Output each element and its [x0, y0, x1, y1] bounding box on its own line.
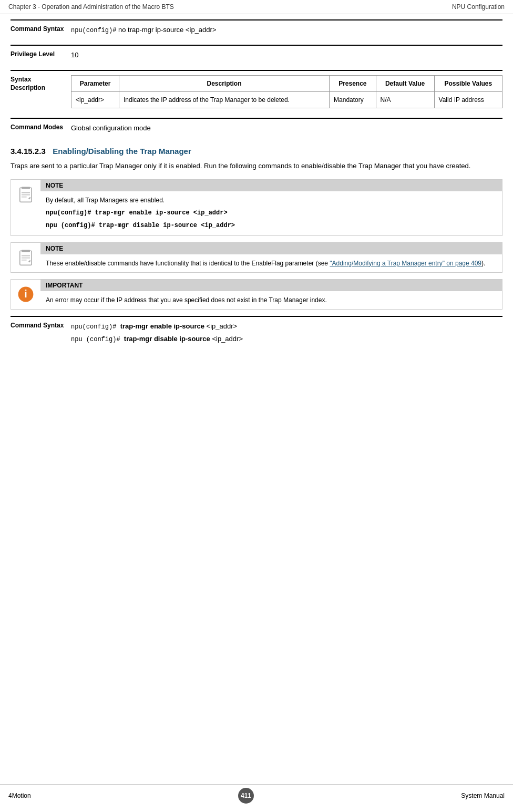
note-icon-2	[11, 243, 40, 272]
cmd2-rest-1: <ip_addr>	[204, 322, 237, 330]
cmd2-prefix-1: npu(config)#	[71, 323, 120, 331]
note-body-text-1: By default, all Trap Managers are enable…	[46, 197, 165, 204]
page-header: Chapter 3 - Operation and Administration…	[0, 0, 513, 14]
page-number: 411	[238, 788, 254, 804]
command-syntax-value-1: npu(config)# no trap-mgr ip-source <ip_a…	[71, 25, 502, 35]
note-header-1: NOTE	[40, 180, 502, 191]
cmd2-rest-2: <ip_addr>	[210, 335, 243, 343]
svg-rect-6	[22, 250, 30, 252]
note-icon-1	[11, 180, 40, 235]
section-heading: 3.4.15.2.3 Enabling/Disabling the Trap M…	[11, 147, 502, 156]
note-content-2: NOTE These enable/disable commands have …	[40, 243, 502, 272]
page-footer: 4Motion 411 System Manual	[0, 784, 513, 807]
intro-paragraph: Traps are sent to a particular Trap Mana…	[11, 161, 502, 172]
col-default: Default Value	[376, 75, 434, 91]
svg-rect-1	[22, 187, 30, 189]
command-syntax-rest-1: no trap-mgr ip-source <ip_addr>	[118, 26, 216, 34]
col-presence: Presence	[330, 75, 376, 91]
cell-possible: Valid IP address	[434, 91, 502, 108]
cell-default: N/A	[376, 91, 434, 108]
footer-right: System Manual	[461, 792, 505, 799]
note-body-suffix-2: ).	[481, 260, 485, 267]
svg-text:i: i	[24, 288, 27, 300]
command-syntax-row-1: Command Syntax npu(config)# no trap-mgr …	[11, 19, 502, 39]
col-parameter: Parameter	[71, 75, 119, 91]
syntax-description-table-container: Parameter Description Presence Default V…	[71, 75, 502, 108]
important-icon: i	[11, 280, 40, 309]
command-syntax-row-2: Command Syntax npu(config)# trap-mgr ena…	[11, 316, 502, 348]
note-content-1: NOTE By default, all Trap Managers are e…	[40, 180, 502, 235]
note-code-1: npu(config)# trap-mgr enable ip-source <…	[46, 208, 497, 218]
command-syntax-line2: npu (config)# trap-mgr disable ip-source…	[71, 334, 502, 344]
header-left: Chapter 3 - Operation and Administration…	[8, 3, 174, 11]
syntax-table: Parameter Description Presence Default V…	[71, 75, 502, 108]
note-box-1: NOTE By default, all Trap Managers are e…	[11, 179, 502, 236]
syntax-description-label: Syntax Description	[11, 75, 71, 108]
notepad-svg-1	[17, 186, 34, 203]
cmd2-bold-2: trap-mgr disable ip-source	[124, 335, 210, 343]
header-right: NPU Configuration	[452, 3, 505, 11]
command-syntax-label-2: Command Syntax	[11, 321, 71, 344]
important-box: i IMPORTANT An error may occur if the IP…	[11, 279, 502, 310]
important-body: An error may occur if the IP address tha…	[40, 291, 502, 309]
note-body-2: These enable/disable commands have funct…	[40, 254, 502, 272]
command-modes-label-1: Command Modes	[11, 123, 71, 133]
col-description: Description	[119, 75, 329, 91]
note-link-2[interactable]: "Adding/Modifying a Trap Manager entry" …	[330, 260, 481, 267]
note-box-2: NOTE These enable/disable commands have …	[11, 242, 502, 273]
command-syntax-label-1: Command Syntax	[11, 25, 71, 35]
privilege-level-label: Privilege Level	[11, 50, 71, 60]
note-body-prefix-2: These enable/disable commands have funct…	[46, 260, 330, 267]
cell-parameter: <ip_addr>	[71, 91, 119, 108]
important-content: IMPORTANT An error may occur if the IP a…	[40, 280, 502, 309]
cmd2-prefix-2: npu (config)#	[71, 336, 124, 343]
important-svg: i	[16, 285, 35, 304]
syntax-description-row: Syntax Description Parameter Description…	[11, 70, 502, 112]
important-header: IMPORTANT	[40, 280, 502, 291]
cmd2-bold-1: trap-mgr enable ip-source	[120, 322, 204, 330]
command-modes-value-1: Global configuration mode	[71, 123, 502, 133]
col-possible: Possible Values	[434, 75, 502, 91]
note-header-2: NOTE	[40, 243, 502, 254]
section-number: 3.4.15.2.3	[11, 147, 46, 156]
command-syntax-line1: npu(config)# trap-mgr enable ip-source <…	[71, 321, 502, 332]
command-syntax-value-2: npu(config)# trap-mgr enable ip-source <…	[71, 321, 502, 344]
cell-description: Indicates the IP address of the Trap Man…	[119, 91, 329, 108]
table-row: <ip_addr> Indicates the IP address of th…	[71, 91, 502, 108]
command-syntax-code-1: npu(config)#	[71, 27, 116, 34]
note-code-2: npu (config)# trap-mgr disable ip-source…	[46, 221, 497, 230]
note-body-1: By default, all Trap Managers are enable…	[40, 191, 502, 235]
privilege-level-value: 10	[71, 50, 502, 60]
privilege-level-row: Privilege Level 10	[11, 45, 502, 65]
notepad-svg-2	[17, 249, 34, 266]
footer-left: 4Motion	[8, 792, 31, 799]
command-modes-row-1: Command Modes Global configuration mode	[11, 118, 502, 138]
section-title: Enabling/Disabling the Trap Manager	[53, 147, 191, 156]
cell-presence: Mandatory	[330, 91, 376, 108]
